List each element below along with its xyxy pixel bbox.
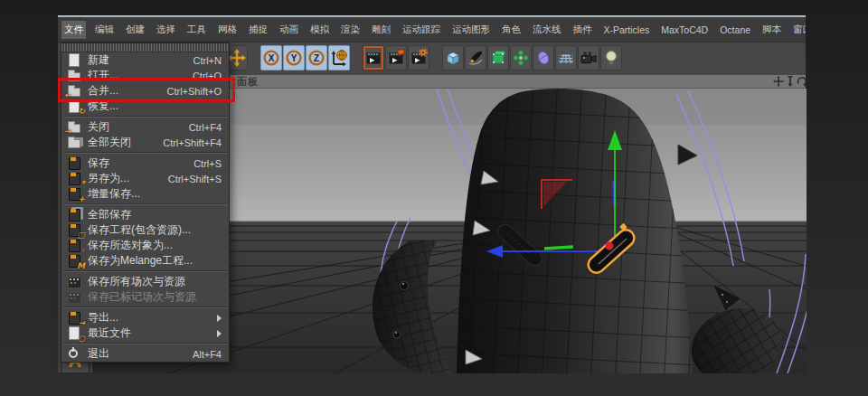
add-light-button[interactable]: [600, 45, 622, 71]
menubar-item-1[interactable]: 编辑: [92, 21, 117, 39]
viewport-pan-icon[interactable]: [773, 76, 784, 89]
clapper-gear-icon: [410, 49, 428, 67]
main-toolbar: [226, 45, 623, 71]
menubar-item-17[interactable]: MaxToC4D: [658, 22, 711, 38]
menu-bar: 文件编辑创建选择工具网格捕捉动画模拟渲染雕刻运动跟踪运动图形角色流水线插件X-P…: [58, 17, 806, 42]
menu-item-label: 最近文件: [88, 325, 210, 341]
menubar-item-11[interactable]: 运动跟踪: [400, 21, 443, 39]
menu-item-label: 退出: [88, 346, 184, 362]
menu-item-power[interactable]: 退出Alt+F4: [61, 346, 229, 362]
save-all-icon: [67, 208, 81, 222]
menubar-item-5[interactable]: 网格: [215, 21, 240, 39]
menu-item-takes[interactable]: 保存所有场次与资源: [61, 274, 229, 289]
menu-item-label: 保存工程(包含资源)...: [88, 222, 222, 238]
close-all-icon: [67, 136, 81, 149]
menubar-item-15[interactable]: 插件: [571, 21, 595, 39]
menubar-item-20[interactable]: 窗口: [790, 21, 806, 39]
render-to-picture-viewer-button[interactable]: [385, 45, 407, 71]
menu-item-close[interactable]: →关闭Ctrl+F4: [61, 119, 229, 135]
cloner-icon: [512, 49, 530, 67]
app-window: 文件编辑创建选择工具网格捕捉动画模拟渲染雕刻运动跟踪运动图形角色流水线插件X-P…: [58, 15, 806, 372]
menu-item-save[interactable]: 保存Ctrl+S: [61, 156, 229, 171]
power-icon: [67, 347, 81, 361]
menu-shortcut: Ctrl+Shift+S: [168, 174, 222, 184]
menu-separator: [61, 269, 229, 274]
add-cloner-button[interactable]: [510, 45, 532, 71]
menu-tearoff-strip[interactable]: [61, 43, 229, 52]
menu-item-label: 保存所有场次与资源: [88, 274, 222, 289]
axis-x-icon: [262, 49, 280, 67]
add-floor-button[interactable]: [555, 45, 577, 71]
save-icon: [67, 156, 81, 170]
gizmo-green-handle[interactable]: [544, 247, 573, 249]
menu-item-save-melange[interactable]: M保存为Melange工程...: [61, 253, 229, 269]
menu-shortcut: Ctrl+Shift+F4: [163, 137, 222, 148]
add-deformer-button[interactable]: [533, 45, 554, 71]
menu-separator: [61, 202, 229, 207]
menu-item-save-inc[interactable]: +增量保存...: [61, 186, 229, 202]
menubar-item-2[interactable]: 创建: [123, 21, 147, 39]
coordinate-system-button[interactable]: [328, 45, 350, 71]
menubar-item-3[interactable]: 选择: [154, 21, 178, 39]
menu-item-export[interactable]: →导出...: [61, 310, 229, 325]
menubar-item-13[interactable]: 角色: [499, 21, 524, 39]
takes-icon: [67, 275, 81, 288]
viewport-rotate-icon[interactable]: [797, 76, 806, 89]
viewport-zoom-icon[interactable]: [785, 76, 796, 89]
merge-highlight-box: [58, 78, 235, 102]
submenu-arrow-icon: [217, 330, 222, 337]
lock-z-axis-button[interactable]: [306, 45, 327, 71]
add-cube-object-button[interactable]: [442, 45, 464, 71]
move-icon: [228, 49, 246, 67]
add-spline-pen-button[interactable]: [465, 45, 486, 71]
menu-shortcut: Ctrl+F4: [189, 122, 222, 133]
render-settings-button[interactable]: [408, 45, 429, 71]
menu-item-label: 保存: [88, 156, 184, 171]
menu-item-recent[interactable]: ○最近文件: [61, 325, 229, 341]
menubar-item-12[interactable]: 运动图形: [449, 21, 493, 39]
menubar-item-18[interactable]: Octane: [717, 22, 753, 38]
cube-icon: [444, 49, 462, 67]
add-camera-button[interactable]: [578, 45, 599, 71]
light-icon: [602, 49, 620, 67]
menu-separator: [61, 114, 229, 119]
menu-item-save-as[interactable]: *另存为...Ctrl+Shift+S: [61, 171, 229, 186]
lock-x-axis-button[interactable]: [260, 45, 282, 71]
render-view-button[interactable]: [363, 45, 384, 71]
menu-item-label: 全部保存: [88, 207, 222, 222]
menubar-item-9[interactable]: 渲染: [338, 21, 363, 39]
menu-item-label: 关闭: [88, 119, 180, 135]
menubar-item-4[interactable]: 工具: [184, 21, 209, 39]
menu-item-label: 增量保存...: [88, 186, 222, 202]
takes-icon: [67, 290, 81, 304]
save-project-icon: □: [67, 223, 81, 237]
menubar-item-8[interactable]: 模拟: [307, 21, 332, 39]
menubar-item-0[interactable]: 文件: [61, 21, 86, 39]
menubar-item-14[interactable]: 流水线: [530, 21, 564, 39]
viewport-nav-icons: [773, 76, 806, 89]
save-as-icon: *: [67, 172, 81, 185]
add-subdivision-surface-button[interactable]: [487, 45, 509, 71]
hypernurbs-icon: [489, 49, 507, 67]
export-icon: →: [67, 311, 81, 325]
viewport-menu-panel[interactable]: 面板: [237, 75, 259, 89]
menu-item-label: 保存已标记场次与资源: [88, 289, 222, 305]
menu-item-save-project[interactable]: □保存工程(包含资源)...: [61, 222, 229, 238]
menu-shortcut: Alt+F4: [193, 349, 222, 360]
menubar-item-6[interactable]: 捕捉: [246, 21, 270, 39]
lock-y-axis-button[interactable]: [283, 45, 305, 71]
menubar-item-19[interactable]: 脚本: [760, 21, 784, 39]
menu-item-takes[interactable]: 保存已标记场次与资源: [61, 289, 229, 305]
menu-item-save-selected[interactable]: ◦保存所选对象为...: [61, 238, 229, 253]
menu-item-label: 新建: [88, 52, 184, 68]
gizmo-origin-dot[interactable]: [606, 242, 614, 250]
menu-item-save-all[interactable]: 全部保存: [61, 207, 229, 222]
menubar-item-7[interactable]: 动画: [277, 21, 301, 39]
menu-separator: [61, 341, 229, 346]
submenu-arrow-icon: [217, 315, 222, 322]
menu-item-close-all[interactable]: 全部关闭Ctrl+Shift+F4: [61, 135, 229, 150]
menubar-item-16[interactable]: X-Particles: [601, 22, 653, 38]
save-inc-icon: +: [67, 187, 81, 201]
menubar-item-10[interactable]: 雕刻: [369, 21, 393, 39]
menu-item-page[interactable]: 新建Ctrl+N: [61, 52, 229, 68]
